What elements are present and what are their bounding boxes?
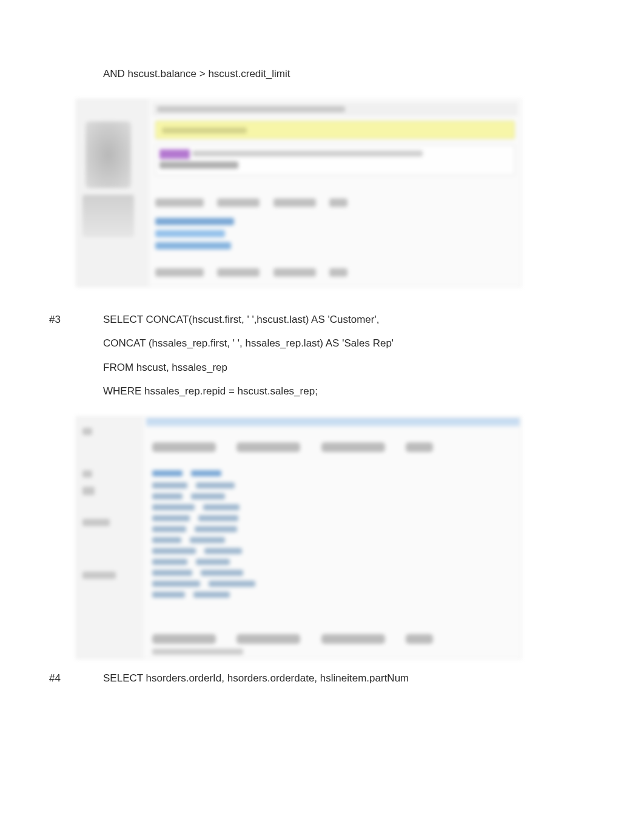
- screenshot-figure-1: [76, 99, 522, 287]
- question-4: #4 SELECT hsorders.orderId, hsorders.ord…: [76, 670, 546, 686]
- question-3: #3 SELECT CONCAT(hscust.first, ' ',hscus…: [76, 311, 546, 399]
- screenshot-figure-2: [76, 416, 522, 659]
- q3-line2: CONCAT (hssales_rep.first, ' ', hssales_…: [103, 335, 546, 351]
- sql-fragment-line: AND hscust.balance > hscust.credit_limit: [103, 66, 546, 82]
- q3-line1: SELECT CONCAT(hscust.first, ' ',hscust.l…: [103, 314, 379, 325]
- q4-line1: SELECT hsorders.orderId, hsorders.orderd…: [103, 672, 409, 684]
- q3-line3: FROM hscust, hssales_rep: [103, 359, 546, 376]
- q3-line4: WHERE hssales_rep.repid = hscust.sales_r…: [103, 383, 546, 399]
- question-number-3: #3: [49, 311, 61, 328]
- question-number-4: #4: [49, 670, 61, 686]
